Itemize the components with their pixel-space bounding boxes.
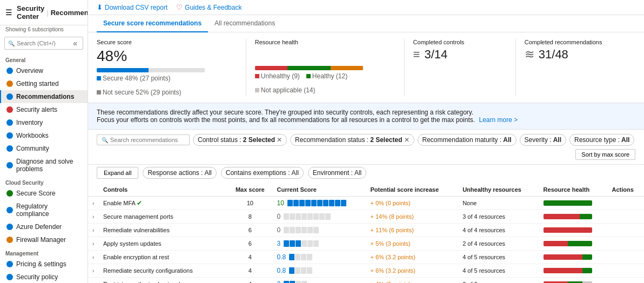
sidebar-item-firewall[interactable]: Firewall Manager — [0, 233, 88, 246]
sort-button[interactable]: Sort by max score — [575, 149, 635, 160]
row-current-score: 0.8 — [273, 264, 366, 278]
row-control-name: Enable MFA ✔ — [99, 197, 227, 210]
insecure-bar-fill — [149, 68, 205, 72]
row-actions — [607, 237, 644, 251]
sidebar-item-community[interactable]: Community — [0, 142, 88, 155]
score-segment — [299, 200, 305, 206]
row-actions — [607, 224, 644, 237]
row-unhealthy: 4 of 4 resources — [458, 224, 539, 237]
row-current-score: 3 — [273, 237, 366, 251]
row-current-score: 2 — [273, 278, 366, 284]
row-resource-health — [539, 264, 608, 278]
resource-health-bar-cell — [544, 254, 592, 260]
row-chevron[interactable]: › — [88, 224, 99, 237]
sidebar-item-regulatory[interactable]: Regulatory compliance — [0, 200, 88, 220]
expand-all-button[interactable]: Expand all — [97, 167, 138, 179]
sidebar-item-getting-started[interactable]: Getting started — [0, 77, 88, 90]
row-chevron[interactable]: › — [88, 251, 99, 264]
row-actions — [607, 197, 644, 210]
security-alerts-icon — [6, 106, 13, 113]
th-resource-health: Resource health — [539, 183, 608, 197]
score-segment — [307, 240, 313, 247]
action-chip-exemptions[interactable]: Contains exemptions : All — [221, 167, 304, 179]
score-segment — [290, 240, 295, 247]
tab-all-recommendations[interactable]: All recommendations — [208, 15, 281, 32]
row-max-score: 4 — [227, 278, 273, 284]
score-segment — [307, 254, 312, 260]
filter-chip-resource-type[interactable]: Resource type : All — [569, 134, 634, 146]
filter-search-input[interactable] — [110, 137, 185, 143]
table-row: › Remediate security configurations 4 0.… — [88, 264, 644, 278]
download-csv-button[interactable]: ⬇ Download CSV report — [97, 3, 167, 11]
resource-health-card: Resource health Unhealthy (9) Healthy (1… — [255, 39, 405, 96]
row-chevron[interactable]: › — [88, 210, 99, 224]
th-potential: Potential score increase — [366, 183, 458, 197]
score-segment — [289, 254, 294, 260]
row-current-score: 0 — [273, 224, 366, 237]
row-chevron[interactable]: › — [88, 237, 99, 251]
sidebar-search-input[interactable] — [17, 40, 71, 46]
sidebar-getting-started-label: Getting started — [16, 80, 59, 87]
row-chevron[interactable]: › — [88, 264, 99, 278]
action-chip-environment[interactable]: Environment : All — [308, 167, 366, 179]
score-segment — [313, 240, 319, 247]
score-segment — [296, 281, 301, 283]
score-segment — [284, 281, 289, 283]
score-segment — [323, 200, 328, 206]
legend-insecure: Not secure 52% (29 points) — [97, 89, 181, 96]
sidebar-item-inventory[interactable]: Inventory — [0, 116, 88, 129]
row-actions — [607, 251, 644, 264]
row-unhealthy: 2 of 4 resources — [458, 237, 539, 251]
score-cards: Secure score 48% Secure 48% (27 points) … — [88, 32, 644, 103]
info-line2: Focus your efforts on controls worth the… — [97, 116, 635, 124]
score-bar — [289, 254, 312, 260]
row-potential: + 0% (0 points) — [366, 197, 458, 210]
controls-icon: ≡ — [413, 48, 420, 62]
sidebar-item-workbooks[interactable]: Workbooks — [0, 129, 88, 142]
row-potential: + 11% (6 points) — [366, 224, 458, 237]
action-chip-response[interactable]: Response actions : All — [143, 167, 216, 179]
sidebar-item-recommendations[interactable]: Recommendations — [0, 90, 88, 103]
sidebar-item-azure-defender[interactable]: Azure Defender — [0, 220, 88, 233]
table-row: › Remediate vulnerabilities 6 0 + 11% (6… — [88, 224, 644, 237]
resource-health-label: Resource health — [255, 39, 395, 45]
filter-chip-severity[interactable]: Severity : All — [520, 134, 566, 146]
filter-chip-maturity[interactable]: Recommendation maturity : All — [418, 134, 516, 146]
collapse-icon[interactable]: « — [71, 39, 79, 48]
learn-more-link[interactable]: Learn more > — [479, 116, 518, 124]
info-banner: These recommendations directly affect yo… — [88, 103, 644, 130]
filter-chip-control-status[interactable]: Control status : 2 Selected ✕ — [193, 134, 287, 146]
guides-feedback-button[interactable]: ♡ Guides & Feedback — [176, 3, 242, 11]
regulatory-icon — [6, 207, 13, 213]
resource-health-bar-cell — [544, 200, 592, 206]
row-control-name: Secure management ports — [99, 210, 227, 224]
score-segment — [289, 267, 294, 274]
sidebar: ☰ Security Center | Recommendations ··· … — [0, 0, 88, 283]
score-bar — [284, 240, 319, 247]
sidebar-item-overview[interactable]: Overview — [0, 64, 88, 77]
row-potential: + 6% (3.2 points) — [366, 251, 458, 264]
tab-secure-score[interactable]: Secure score recommendations — [97, 15, 208, 32]
section-cloud-security: Cloud Security Secure Score Regulatory c… — [0, 176, 88, 246]
hamburger-icon[interactable]: ☰ — [5, 8, 12, 17]
row-chevron[interactable]: › — [88, 197, 99, 210]
section-management-label: Management — [0, 246, 88, 258]
score-segment — [335, 200, 340, 206]
row-chevron[interactable]: › — [88, 278, 99, 284]
completed-recommendations-row: ≋ 31/48 — [525, 48, 618, 62]
score-segment — [287, 200, 293, 206]
sidebar-item-secure-score[interactable]: Secure Score — [0, 187, 88, 200]
sidebar-item-diagnose[interactable]: Diagnose and solve problems — [0, 155, 88, 176]
tabs-bar: Secure score recommendations All recomme… — [88, 15, 644, 32]
th-current-score: Current Score — [273, 183, 366, 197]
score-segment — [341, 200, 346, 206]
sidebar-item-security-policy[interactable]: Security policy — [0, 271, 88, 283]
row-max-score: 6 — [227, 224, 273, 237]
filter-chip-recommendation-status[interactable]: Recommendation status : 2 Selected ✕ — [290, 134, 414, 146]
score-segment — [307, 213, 313, 220]
unhealthy-bar — [255, 66, 287, 70]
sidebar-item-pricing[interactable]: Pricing & settings — [0, 258, 88, 271]
sidebar-item-security-alerts[interactable]: Security alerts — [0, 103, 88, 116]
legend-healthy-color — [306, 74, 311, 78]
score-segment — [296, 213, 301, 220]
